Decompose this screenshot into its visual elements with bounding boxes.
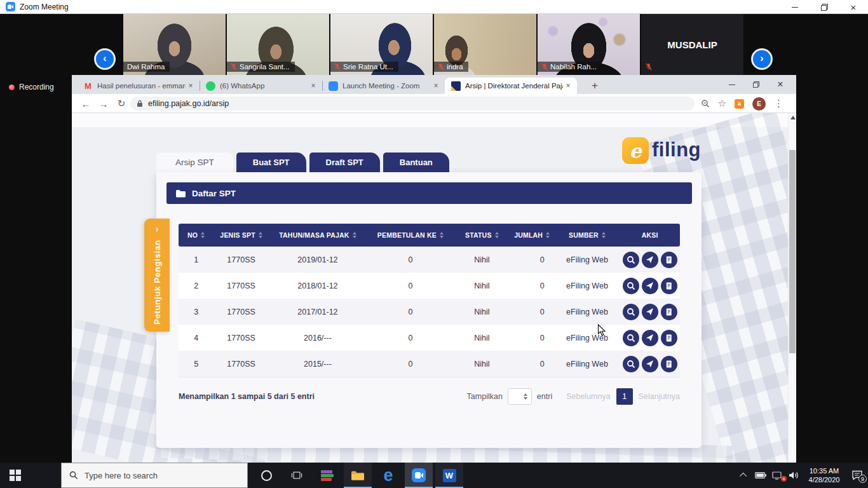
start-button[interactable] <box>0 463 31 488</box>
action-document-button[interactable] <box>661 304 677 320</box>
action-document-button[interactable] <box>661 356 677 372</box>
cell-jenis-spt: 1770SS <box>214 351 269 377</box>
battery-icon[interactable] <box>752 463 769 488</box>
action-paper-plane-button[interactable] <box>642 278 658 294</box>
zoom-restore-button[interactable] <box>810 0 839 14</box>
participant-tile[interactable]: Dwi Rahma <box>123 14 226 75</box>
tab-close-icon[interactable]: × <box>563 81 573 91</box>
zoom-minimize-button[interactable] <box>780 0 810 14</box>
action-magnifier-button[interactable] <box>623 304 639 320</box>
column-header-pembetulan-ke[interactable]: PEMBETULAN KE <box>367 224 454 247</box>
zoom-page-icon[interactable] <box>701 99 710 108</box>
tab-bantuan[interactable]: Bantuan <box>383 152 449 172</box>
table-row: 21770SS2018/01-120Nihil0eFiling Web <box>179 273 680 299</box>
tab-close-icon[interactable]: × <box>186 81 196 91</box>
edge-button[interactable]: e <box>374 463 402 488</box>
chevron-right-icon: › <box>144 224 170 234</box>
zoom-taskbar-button[interactable] <box>405 463 433 488</box>
address-bar[interactable]: efiling.pajak.go.id/arsip <box>130 97 695 111</box>
browser-tab-3[interactable]: Launch Meeting - Zoom × <box>322 78 445 94</box>
table-row: 11770SS2019/01-120Nihil0eFiling Web <box>179 247 680 273</box>
winrar-button[interactable] <box>313 463 341 488</box>
browser-tab-1[interactable]: M Hasil penelusuran - emmarundy × <box>77 78 200 94</box>
cell-no: 3 <box>179 299 214 325</box>
new-tab-button[interactable]: + <box>587 78 603 94</box>
action-paper-plane-button[interactable] <box>642 356 658 372</box>
recording-indicator: Recording <box>9 83 54 92</box>
zoom-icon <box>329 81 338 91</box>
next-participants-arrow[interactable]: › <box>753 50 771 68</box>
network-disconnected-icon[interactable]: × <box>769 463 785 488</box>
browser-minimize-button[interactable] <box>720 76 744 93</box>
tab-draft-spt[interactable]: Draft SPT <box>309 152 380 172</box>
participant-tile[interactable]: Nabilah Rah... <box>538 14 640 75</box>
zoom-close-button[interactable]: × <box>839 0 868 14</box>
action-document-button[interactable] <box>661 330 677 346</box>
screen: Zoom Meeting × ‹ Dwi Rahma Sangrila Sant… <box>0 0 868 488</box>
column-header-jumlah[interactable]: JUMLAH <box>510 224 555 247</box>
previous-participants-arrow[interactable]: ‹ <box>96 50 114 68</box>
reload-button[interactable]: ↻ <box>114 96 129 111</box>
action-magnifier-button[interactable] <box>623 278 639 294</box>
action-document-button[interactable] <box>661 278 677 294</box>
column-header-tahun-masa-pajak[interactable]: TAHUN/MASA PAJAK <box>269 224 367 247</box>
tab-close-icon[interactable]: × <box>308 81 318 91</box>
back-button[interactable]: ← <box>78 96 93 111</box>
folder-icon <box>175 189 186 198</box>
column-header-aksi[interactable]: AKSI <box>620 224 680 247</box>
tab-buat-spt[interactable]: Buat SPT <box>236 152 306 172</box>
action-paper-plane-button[interactable] <box>642 252 658 268</box>
page-viewport: e filing Arsip SPT Buat SPT Draft SPT Ba… <box>72 113 796 463</box>
tray-expand-chevron[interactable] <box>736 463 752 488</box>
column-header-sumber[interactable]: SUMBER <box>555 224 620 247</box>
tab-arsip-spt[interactable]: Arsip SPT <box>156 152 233 172</box>
action-center-button[interactable]: 9 <box>846 463 868 488</box>
current-page-button[interactable]: 1 <box>616 388 633 405</box>
browser-tab-2[interactable]: (6) WhatsApp × <box>200 78 322 94</box>
cortana-button[interactable] <box>252 463 280 488</box>
zoom-window-title: Zoom Meeting <box>20 3 69 11</box>
cortana-icon <box>261 470 272 481</box>
petunjuk-pengisian-tab[interactable]: › Petunjuk Pengisian <box>144 219 170 332</box>
action-magnifier-button[interactable] <box>623 252 639 268</box>
taskbar-clock[interactable]: 10:35 AM 4/28/2020 <box>804 466 844 484</box>
action-magnifier-button[interactable] <box>623 356 639 372</box>
action-paper-plane-button[interactable] <box>642 330 658 346</box>
participant-tile[interactable]: Sangrila Sant... <box>227 14 329 75</box>
column-header-jenis-spt[interactable]: JENIS SPT <box>214 224 269 247</box>
browser-tab-4[interactable]: Arsip | Direktorat Jenderal Pajak × <box>445 78 577 94</box>
file-explorer-button[interactable] <box>344 463 372 488</box>
action-paper-plane-button[interactable] <box>642 304 658 320</box>
task-view-button[interactable] <box>283 463 311 488</box>
extension-icon[interactable]: a <box>735 99 744 109</box>
browser-menu-icon[interactable]: ⋮ <box>774 98 783 109</box>
speaker-icon[interactable] <box>785 463 802 488</box>
participant-tile[interactable]: MUSDALIP <box>641 14 743 75</box>
column-header-status[interactable]: STATUS <box>454 224 510 247</box>
column-header-label: AKSI <box>642 231 658 239</box>
table-row: 31770SS2017/01-120Nihil0eFiling Web <box>179 299 680 325</box>
bookmark-star-icon[interactable]: ☆ <box>718 98 726 109</box>
tab-close-icon[interactable]: × <box>431 81 441 91</box>
participant-tile[interactable]: indra <box>434 14 536 75</box>
browser-toolbar: ← → ↻ efiling.pajak.go.id/arsip ☆ a E ⋮ <box>72 94 796 113</box>
column-header-label: STATUS <box>465 231 492 239</box>
taskbar-search-box[interactable]: Type here to search <box>61 463 248 488</box>
word-button[interactable]: W <box>435 463 463 488</box>
action-document-button[interactable] <box>661 252 677 268</box>
previous-page-button[interactable]: Sebelumnya <box>566 392 611 401</box>
scrollbar-up-arrow[interactable] <box>790 116 796 119</box>
forward-button[interactable]: → <box>96 96 111 111</box>
participant-tile[interactable]: Srie Ratna Ut... <box>330 14 433 75</box>
browser-restore-button[interactable] <box>744 76 768 93</box>
browser-close-button[interactable]: × <box>768 76 792 93</box>
action-magnifier-button[interactable] <box>623 330 639 346</box>
column-header-no[interactable]: NO <box>179 224 214 247</box>
profile-avatar[interactable]: E <box>752 97 766 111</box>
windows-logo-icon <box>10 470 21 481</box>
cell-tahun-masa-pajak: 2016/--- <box>269 325 367 351</box>
page-size-select[interactable] <box>508 388 532 405</box>
scrollbar-thumb[interactable] <box>789 150 796 353</box>
next-page-button[interactable]: Selanjutnya <box>639 392 680 401</box>
zoom-title-bar: Zoom Meeting × <box>0 0 868 14</box>
